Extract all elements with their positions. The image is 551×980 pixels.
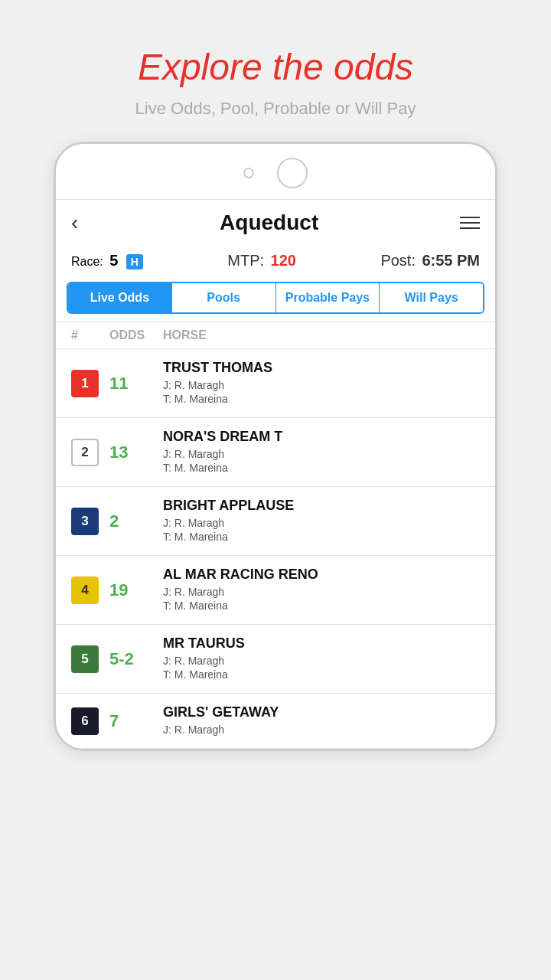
menu-line-2 <box>460 222 480 224</box>
page-title: Explore the odds <box>135 46 416 88</box>
horse-name: TRUST THOMAS <box>163 360 480 376</box>
horse-name: AL MAR RACING RENO <box>163 567 480 583</box>
table-row[interactable]: 6 7 GIRLS' GETAWAY J: R. Maragh <box>56 694 495 749</box>
post-value: 6:55 PM <box>422 252 480 269</box>
table-row[interactable]: 2 13 NORA'S DREAM T J: R. Maragh T: M. M… <box>56 418 495 487</box>
page-subtitle: Live Odds, Pool, Probable or Will Pay <box>135 99 416 119</box>
phone-top-bar <box>56 144 495 199</box>
phone-sensor <box>243 168 254 178</box>
tabs-container: Live Odds Pools Probable Pays Will Pays <box>67 282 484 314</box>
horses-list: 1 11 TRUST THOMAS J: R. Maragh T: M. Mar… <box>56 349 495 749</box>
mtp-group: MTP: 120 <box>227 252 296 270</box>
post-label: Post: <box>380 252 416 269</box>
back-button[interactable]: ‹ <box>71 211 78 235</box>
table-row[interactable]: 4 19 AL MAR RACING RENO J: R. Maragh T: … <box>56 556 495 625</box>
menu-line-1 <box>460 217 480 218</box>
tab-will-pays[interactable]: Will Pays <box>380 283 483 312</box>
horse-trainer: T: M. Mareina <box>163 462 480 474</box>
phone-button <box>277 158 308 188</box>
horse-number-badge: 5 <box>71 645 99 673</box>
race-label: Race: <box>71 255 103 268</box>
table-row[interactable]: 1 11 TRUST THOMAS J: R. Maragh T: M. Mar… <box>56 349 495 418</box>
race-info-bar: Race: 5 H MTP: 120 Post: 6:55 PM <box>56 246 495 279</box>
horse-jockey: J: R. Maragh <box>163 586 480 598</box>
app-header: ‹ Aqueduct <box>56 200 495 246</box>
race-label-group: Race: 5 H <box>71 252 143 270</box>
horse-info: GIRLS' GETAWAY J: R. Maragh <box>163 704 480 737</box>
horse-number-badge: 2 <box>71 439 99 466</box>
post-group: Post: 6:55 PM <box>380 252 480 270</box>
race-number: 5 <box>109 252 118 269</box>
horse-name: GIRLS' GETAWAY <box>163 704 480 720</box>
table-row[interactable]: 3 2 BRIGHT APPLAUSE J: R. Maragh T: M. M… <box>56 487 495 556</box>
horse-trainer: T: M. Mareina <box>163 393 480 405</box>
horse-trainer: T: M. Mareina <box>163 599 480 612</box>
table-header: # ODDS HORSE <box>56 322 495 349</box>
tab-live-odds[interactable]: Live Odds <box>68 283 172 312</box>
app-content: ‹ Aqueduct Race: 5 H MTP: 120 Post: 6:55… <box>56 199 495 749</box>
horse-number-badge: 1 <box>71 370 99 397</box>
horse-info: MR TAURUS J: R. Maragh T: M. Mareina <box>163 635 480 682</box>
horse-jockey: J: R. Maragh <box>163 517 480 529</box>
mtp-label: MTP: <box>227 252 264 269</box>
phone-frame: ‹ Aqueduct Race: 5 H MTP: 120 Post: 6:55… <box>54 142 497 751</box>
horse-jockey: J: R. Maragh <box>163 724 480 736</box>
horse-odds: 2 <box>109 511 163 531</box>
horse-number-badge: 4 <box>71 577 99 604</box>
mtp-value: 120 <box>271 252 296 269</box>
horse-trainer: T: M. Mareina <box>163 531 480 543</box>
horse-name: NORA'S DREAM T <box>163 429 480 445</box>
race-h-badge: H <box>126 254 143 270</box>
tab-probable-pays[interactable]: Probable Pays <box>276 283 380 312</box>
menu-line-3 <box>460 227 480 229</box>
horse-info: TRUST THOMAS J: R. Maragh T: M. Mareina <box>163 360 480 407</box>
horse-odds: 13 <box>109 443 163 462</box>
horse-odds: 5-2 <box>109 649 163 669</box>
horse-jockey: J: R. Maragh <box>163 448 480 460</box>
app-title: Aqueduct <box>220 211 318 235</box>
table-row[interactable]: 5 5-2 MR TAURUS J: R. Maragh T: M. Marei… <box>56 625 495 694</box>
page-header: Explore the odds Live Odds, Pool, Probab… <box>135 46 416 119</box>
horse-odds: 7 <box>109 711 163 731</box>
horse-name: MR TAURUS <box>163 635 480 652</box>
horse-info: AL MAR RACING RENO J: R. Maragh T: M. Ma… <box>163 567 480 613</box>
horse-trainer: T: M. Mareina <box>163 668 480 681</box>
horse-odds: 19 <box>109 580 163 600</box>
col-header-horse: HORSE <box>163 328 480 342</box>
horse-odds: 11 <box>109 374 163 394</box>
menu-button[interactable] <box>460 217 480 229</box>
horse-name: BRIGHT APPLAUSE <box>163 498 480 514</box>
horse-info: NORA'S DREAM T J: R. Maragh T: M. Marein… <box>163 429 480 475</box>
col-header-odds: ODDS <box>109 328 163 342</box>
col-header-num: # <box>71 328 109 342</box>
horse-jockey: J: R. Maragh <box>163 379 480 391</box>
horse-jockey: J: R. Maragh <box>163 655 480 667</box>
tab-pools[interactable]: Pools <box>172 283 276 312</box>
horse-info: BRIGHT APPLAUSE J: R. Maragh T: M. Marei… <box>163 498 480 544</box>
horse-number-badge: 3 <box>71 508 99 535</box>
horse-number-badge: 6 <box>71 707 99 735</box>
